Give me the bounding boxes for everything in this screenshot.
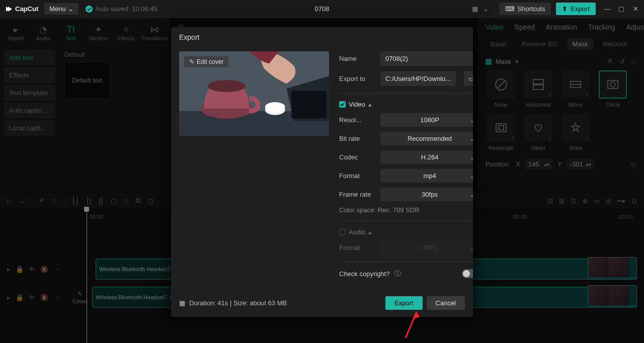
sidebar-item-add-text[interactable]: Add text [4, 50, 55, 65]
tab-speed[interactable]: Speed [515, 23, 535, 31]
sidebar-item-auto-captions[interactable]: Auto captio... [4, 103, 55, 118]
more-icon[interactable]: ⋯ [53, 266, 60, 273]
copyright-toggle[interactable] [462, 269, 473, 278]
tab-video[interactable]: Video [486, 23, 504, 31]
bitrate-select[interactable]: Recommended [380, 132, 473, 145]
export-button-top[interactable]: ⬆ Export [556, 3, 596, 15]
media-tabs: ▸Import ◔Audio TIText ✦Stickers ✧Effects… [0, 18, 171, 46]
tab-text[interactable]: TIText [57, 22, 85, 45]
mask-heart[interactable]: ↓Heart [523, 114, 554, 151]
subtab-basic[interactable]: Basic [486, 38, 512, 50]
visibility-icon[interactable]: 👁 [29, 266, 35, 273]
mask-mirror[interactable]: ↓Mirror [560, 70, 591, 108]
cancel-button[interactable]: Cancel [427, 296, 465, 310]
lock-icon[interactable]: 🔒 [16, 294, 24, 301]
shortcuts-button[interactable]: ⌨ Shortcuts [499, 3, 551, 15]
sidebar-item-effects[interactable]: Effects [4, 67, 55, 83]
zoom-fit-icon[interactable]: ⊙ [631, 197, 637, 205]
tab-effects[interactable]: ✧Effects [112, 22, 140, 45]
chevron-up-icon[interactable]: ▴ [368, 101, 372, 108]
exportto-input[interactable]: C:/Users/HP/Downlo... [380, 71, 456, 86]
menu-button[interactable]: Menu ⌄ [44, 3, 78, 15]
framerate-label: Frame rate [339, 191, 375, 198]
ruler-tick: 00:00 [90, 214, 104, 220]
undo-icon[interactable]: ↶ [39, 197, 45, 205]
subtab-mask[interactable]: Mask [568, 38, 593, 50]
clip-1-continued[interactable] [588, 257, 637, 278]
crop-icon[interactable]: ◫ [147, 197, 153, 205]
default-text-card[interactable]: Default text [64, 62, 110, 99]
tab-stickers[interactable]: ✦Stickers [85, 22, 112, 45]
codec-select[interactable]: H.264 [380, 150, 473, 164]
lock-icon[interactable]: 🔒 [16, 266, 24, 273]
tab-adjust[interactable]: Adjust [626, 23, 644, 31]
position-y-input[interactable]: -301▴▾ [567, 159, 594, 169]
duplicate-icon[interactable]: ⧉ [136, 197, 140, 205]
subtab-remove-bg[interactable]: Remove BG [517, 38, 562, 50]
pointer-icon[interactable]: ▷ [7, 197, 12, 205]
tab-audio[interactable]: ◔Audio [30, 22, 57, 45]
trim-left-icon[interactable]: ⎮[ [86, 197, 92, 205]
sidebar-item-local-captions[interactable]: Local capti... [4, 120, 55, 136]
video-checkbox[interactable] [339, 101, 346, 108]
zoom-out-icon[interactable]: ⊖ [606, 197, 611, 205]
mask-checkbox[interactable] [486, 59, 492, 65]
layout-icon[interactable]: ▦ [472, 5, 478, 13]
marker-icon[interactable]: ◇ [124, 197, 129, 205]
cover-button[interactable]: ✎ Cover [72, 291, 87, 304]
mask-opt-label: Rectangle [489, 145, 514, 151]
clip-2-continued[interactable] [588, 285, 637, 306]
split-icon[interactable]: ⎮⎮ [72, 197, 79, 205]
tool-icon[interactable]: ▭ [594, 197, 600, 205]
browse-folder-button[interactable]: ▭ [464, 71, 473, 86]
minimize-icon[interactable]: — [604, 5, 611, 13]
reset-icon[interactable]: ↺ [619, 58, 625, 65]
zoom-slider[interactable]: ━● [617, 197, 625, 205]
mask-rectangle[interactable]: ↓Rectangle [486, 114, 517, 151]
collapse-icon[interactable]: ▸ [7, 266, 11, 273]
tab-tracking[interactable]: Tracking [588, 23, 615, 31]
playhead[interactable] [87, 210, 87, 343]
tab-import[interactable]: ▸Import [2, 22, 30, 45]
mask-horizontal[interactable]: ↓Horizontal [523, 70, 554, 108]
format-select[interactable]: mp4 [380, 169, 473, 183]
text-sidebar-list: Add text Effects Text template Auto capt… [0, 46, 59, 192]
chevron-down-icon[interactable]: ⌄ [483, 5, 489, 13]
close-icon[interactable]: ✕ [632, 5, 639, 13]
tab-transitions[interactable]: ⋈Transitions [140, 22, 169, 45]
maximize-icon[interactable]: ▢ [618, 5, 625, 13]
tool-icon[interactable]: ⊟ [547, 197, 553, 205]
mute-icon[interactable]: 🔇 [40, 294, 48, 301]
resolution-select[interactable]: 1080P [380, 113, 473, 127]
framerate-select[interactable]: 30fps [380, 188, 473, 201]
tool-icon[interactable]: ⊡ [571, 197, 576, 205]
tool-icon[interactable]: ⊕ [582, 197, 588, 205]
help-icon[interactable]: ⓘ [394, 269, 401, 278]
audio-checkbox[interactable] [339, 229, 346, 235]
subtab-retouch[interactable]: Retouch [598, 38, 632, 50]
chevron-down-icon: ⌄ [68, 5, 73, 13]
mask-circle[interactable]: Circle [597, 70, 628, 108]
more-icon[interactable]: ⋯ [53, 294, 60, 301]
sidebar-item-text-template[interactable]: Text template [4, 85, 55, 101]
edit-cover-button[interactable]: ✎ Edit cover [184, 56, 228, 67]
mask-stars[interactable]: ↓Stars [560, 114, 591, 151]
visibility-icon[interactable]: 👁 [29, 294, 35, 301]
trim-right-icon[interactable]: ]⎮ [99, 197, 104, 205]
mask-none[interactable]: None [486, 70, 517, 108]
chevron-down-icon[interactable]: ⌄ [19, 197, 25, 205]
collapse-icon[interactable]: ▸ [7, 294, 11, 301]
position-x-input[interactable]: 145▴▾ [525, 159, 552, 169]
redo-icon[interactable]: ↷ [52, 197, 57, 205]
mute-icon[interactable]: 🔇 [40, 266, 48, 273]
keyframe-icon[interactable]: ◇ [631, 58, 636, 65]
keyframe-icon[interactable]: ◇ [631, 160, 636, 168]
export-confirm-button[interactable]: Export [385, 296, 423, 310]
chevron-up-icon[interactable]: ▴ [368, 228, 372, 236]
import-mask-icon[interactable]: ⇱ [608, 58, 613, 65]
tab-animation[interactable]: Animation [546, 23, 577, 31]
name-input[interactable]: 0708(2) [380, 51, 473, 66]
preview-section-label: Default [64, 51, 166, 58]
tool-icon[interactable]: ⊞ [559, 197, 565, 205]
delete-icon[interactable]: ▢ [111, 197, 117, 205]
